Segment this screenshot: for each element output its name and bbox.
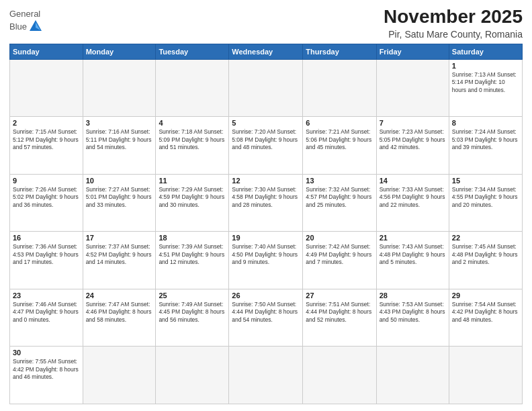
day-number: 23 (13, 291, 80, 300)
calendar-week-5: 23Sunrise: 7:46 AM Sunset: 4:47 PM Dayli… (10, 289, 523, 347)
day-number: 14 (380, 177, 446, 185)
day-number: 24 (86, 291, 153, 300)
logo: General Blue (9, 9, 43, 34)
col-wednesday: Wednesday (229, 44, 303, 59)
calendar-cell (449, 347, 522, 404)
day-info: Sunrise: 7:42 AM Sunset: 4:49 PM Dayligh… (306, 243, 373, 266)
calendar-cell: 9Sunrise: 7:26 AM Sunset: 5:02 PM Daylig… (10, 174, 83, 232)
calendar-cell: 2Sunrise: 7:15 AM Sunset: 5:12 PM Daylig… (10, 117, 83, 175)
day-info: Sunrise: 7:29 AM Sunset: 4:59 PM Dayligh… (159, 186, 226, 209)
day-info: Sunrise: 7:30 AM Sunset: 4:58 PM Dayligh… (232, 186, 300, 209)
calendar-title: November 2025 (384, 7, 523, 28)
day-info: Sunrise: 7:55 AM Sunset: 4:42 PM Dayligh… (13, 358, 80, 381)
calendar-week-6: 30Sunrise: 7:55 AM Sunset: 4:42 PM Dayli… (10, 347, 523, 404)
calendar-cell (229, 59, 303, 117)
day-number: 12 (232, 177, 300, 185)
day-number: 28 (380, 291, 446, 300)
day-info: Sunrise: 7:13 AM Sunset: 5:14 PM Dayligh… (452, 71, 519, 94)
calendar-cell: 27Sunrise: 7:51 AM Sunset: 4:44 PM Dayli… (303, 289, 376, 347)
calendar-cell (303, 347, 376, 404)
col-sunday: Sunday (10, 44, 83, 59)
calendar-cell: 23Sunrise: 7:46 AM Sunset: 4:47 PM Dayli… (10, 289, 83, 347)
day-number: 29 (452, 291, 519, 300)
calendar-cell: 4Sunrise: 7:18 AM Sunset: 5:09 PM Daylig… (156, 117, 229, 175)
day-number: 3 (86, 119, 153, 127)
day-info: Sunrise: 7:40 AM Sunset: 4:50 PM Dayligh… (232, 243, 300, 266)
calendar-cell (83, 347, 156, 404)
calendar-cell (376, 59, 449, 117)
calendar-cell: 19Sunrise: 7:40 AM Sunset: 4:50 PM Dayli… (229, 232, 303, 289)
day-info: Sunrise: 7:16 AM Sunset: 5:11 PM Dayligh… (86, 128, 153, 151)
day-info: Sunrise: 7:47 AM Sunset: 4:46 PM Dayligh… (86, 301, 153, 324)
day-info: Sunrise: 7:33 AM Sunset: 4:56 PM Dayligh… (380, 186, 446, 209)
calendar-cell: 11Sunrise: 7:29 AM Sunset: 4:59 PM Dayli… (156, 174, 229, 232)
calendar-cell (376, 347, 449, 404)
day-number: 2 (13, 119, 80, 127)
day-info: Sunrise: 7:18 AM Sunset: 5:09 PM Dayligh… (159, 128, 226, 151)
day-info: Sunrise: 7:24 AM Sunset: 5:03 PM Dayligh… (452, 128, 519, 151)
calendar-cell: 22Sunrise: 7:45 AM Sunset: 4:48 PM Dayli… (449, 232, 522, 289)
col-monday: Monday (83, 44, 156, 59)
logo-icon (28, 19, 43, 34)
calendar-cell: 26Sunrise: 7:50 AM Sunset: 4:44 PM Dayli… (229, 289, 303, 347)
day-info: Sunrise: 7:46 AM Sunset: 4:47 PM Dayligh… (13, 301, 80, 324)
calendar-cell: 24Sunrise: 7:47 AM Sunset: 4:46 PM Dayli… (83, 289, 156, 347)
day-info: Sunrise: 7:49 AM Sunset: 4:45 PM Dayligh… (159, 301, 226, 324)
day-number: 26 (232, 291, 300, 300)
calendar-week-4: 16Sunrise: 7:36 AM Sunset: 4:53 PM Dayli… (10, 232, 523, 289)
calendar-cell (10, 59, 83, 117)
calendar-cell: 15Sunrise: 7:34 AM Sunset: 4:55 PM Dayli… (449, 174, 522, 232)
calendar-cell (229, 347, 303, 404)
day-number: 8 (452, 119, 519, 127)
calendar-cell: 30Sunrise: 7:55 AM Sunset: 4:42 PM Dayli… (10, 347, 83, 404)
day-info: Sunrise: 7:53 AM Sunset: 4:43 PM Dayligh… (380, 301, 446, 324)
calendar-table: Sunday Monday Tuesday Wednesday Thursday… (9, 44, 523, 404)
logo-blue-text: Blue (9, 21, 27, 32)
calendar-cell: 6Sunrise: 7:21 AM Sunset: 5:06 PM Daylig… (303, 117, 376, 175)
calendar-cell (156, 59, 229, 117)
col-friday: Friday (376, 44, 449, 59)
day-number: 15 (452, 177, 519, 185)
header: General Blue November 2025 Pir, Satu Mar… (9, 7, 523, 40)
day-number: 7 (380, 119, 446, 127)
day-info: Sunrise: 7:21 AM Sunset: 5:06 PM Dayligh… (306, 128, 373, 151)
calendar-cell: 7Sunrise: 7:23 AM Sunset: 5:05 PM Daylig… (376, 117, 449, 175)
day-number: 17 (86, 234, 153, 242)
day-number: 13 (306, 177, 373, 185)
calendar-cell: 25Sunrise: 7:49 AM Sunset: 4:45 PM Dayli… (156, 289, 229, 347)
day-number: 11 (159, 177, 226, 185)
day-number: 10 (86, 177, 153, 185)
day-info: Sunrise: 7:20 AM Sunset: 5:08 PM Dayligh… (232, 128, 300, 151)
day-number: 22 (452, 234, 519, 242)
calendar-cell: 1Sunrise: 7:13 AM Sunset: 5:14 PM Daylig… (449, 59, 522, 117)
calendar-cell: 5Sunrise: 7:20 AM Sunset: 5:08 PM Daylig… (229, 117, 303, 175)
calendar-cell: 21Sunrise: 7:43 AM Sunset: 4:48 PM Dayli… (376, 232, 449, 289)
day-number: 18 (159, 234, 226, 242)
calendar-cell: 3Sunrise: 7:16 AM Sunset: 5:11 PM Daylig… (83, 117, 156, 175)
day-number: 20 (306, 234, 373, 242)
col-tuesday: Tuesday (156, 44, 229, 59)
calendar-cell (156, 347, 229, 404)
day-info: Sunrise: 7:54 AM Sunset: 4:42 PM Dayligh… (452, 301, 519, 324)
day-info: Sunrise: 7:36 AM Sunset: 4:53 PM Dayligh… (13, 243, 80, 266)
title-block: November 2025 Pir, Satu Mare County, Rom… (384, 7, 523, 40)
day-number: 1 (452, 62, 519, 70)
day-info: Sunrise: 7:32 AM Sunset: 4:57 PM Dayligh… (306, 186, 373, 209)
day-number: 30 (13, 349, 80, 357)
day-number: 16 (13, 234, 80, 242)
day-number: 4 (159, 119, 226, 127)
day-info: Sunrise: 7:51 AM Sunset: 4:44 PM Dayligh… (306, 301, 373, 324)
col-saturday: Saturday (449, 44, 522, 59)
day-number: 6 (306, 119, 373, 127)
day-info: Sunrise: 7:26 AM Sunset: 5:02 PM Dayligh… (13, 186, 80, 209)
calendar-week-1: 1Sunrise: 7:13 AM Sunset: 5:14 PM Daylig… (10, 59, 523, 117)
day-info: Sunrise: 7:43 AM Sunset: 4:48 PM Dayligh… (380, 243, 446, 266)
calendar-cell: 14Sunrise: 7:33 AM Sunset: 4:56 PM Dayli… (376, 174, 449, 232)
calendar-cell: 28Sunrise: 7:53 AM Sunset: 4:43 PM Dayli… (376, 289, 449, 347)
day-number: 5 (232, 119, 300, 127)
calendar-cell: 18Sunrise: 7:39 AM Sunset: 4:51 PM Dayli… (156, 232, 229, 289)
day-info: Sunrise: 7:15 AM Sunset: 5:12 PM Dayligh… (13, 128, 80, 151)
calendar-cell: 17Sunrise: 7:37 AM Sunset: 4:52 PM Dayli… (83, 232, 156, 289)
col-thursday: Thursday (303, 44, 376, 59)
calendar-cell: 10Sunrise: 7:27 AM Sunset: 5:01 PM Dayli… (83, 174, 156, 232)
